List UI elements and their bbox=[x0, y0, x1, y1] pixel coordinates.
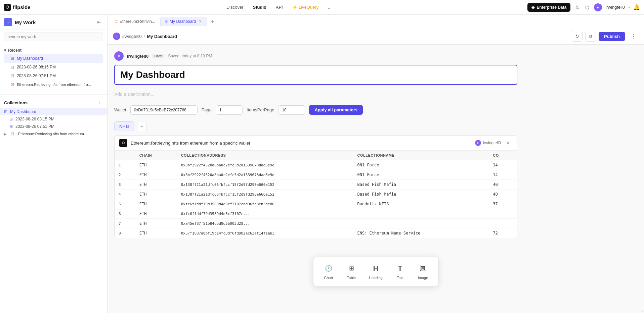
row-num: 6 bbox=[115, 209, 135, 219]
table-scroll: CHAIN COLLECTIONADDRESS COLLECTIONNAME C… bbox=[115, 151, 517, 238]
copy-icon: ⧉ bbox=[589, 34, 592, 39]
cell-chain: ETH bbox=[135, 190, 177, 199]
collections-more-button[interactable]: ··· bbox=[88, 99, 94, 106]
dashboard-description[interactable]: Add a description... bbox=[114, 89, 517, 100]
breadcrumb-separator: / bbox=[144, 34, 145, 39]
username-label[interactable]: irwingtell0 bbox=[605, 5, 625, 10]
toolbar-chart[interactable]: 🕐 Chart bbox=[318, 260, 339, 282]
items-per-page-input[interactable] bbox=[278, 105, 305, 115]
tab-dashboard-icon: ⊞ bbox=[165, 19, 168, 23]
twitter-icon[interactable]: 𝕏 bbox=[574, 4, 581, 11]
sidebar-item-recent-2[interactable]: ⊡ 2023-08-26 07:51 PM ··· bbox=[4, 71, 103, 80]
tabs-bar: ⊡ Ethereum:Retrivin... ⊞ My Dashboard ✕ … bbox=[108, 15, 644, 28]
cell-name bbox=[353, 209, 489, 219]
sidebar-add-button[interactable]: + bbox=[4, 18, 12, 26]
row-num: 3 bbox=[115, 180, 135, 190]
table-card-logo: ⬡ bbox=[119, 139, 127, 147]
table-row: 2 ETH 0x3bf2922f4520a8ba0c2efc3d2a153967… bbox=[115, 170, 517, 180]
heading-icon: H bbox=[370, 263, 381, 274]
expand-icon: ▶ bbox=[4, 132, 7, 136]
sidebar-collapse-button[interactable]: ⇤ bbox=[95, 18, 103, 26]
toolbar-text[interactable]: T Text bbox=[390, 260, 410, 282]
nav-studio[interactable]: Studio bbox=[253, 5, 266, 10]
recent-section-header[interactable]: ▾ Recent bbox=[4, 47, 103, 54]
table-card-author-avatar: ir bbox=[475, 140, 481, 146]
publish-button[interactable]: Publish bbox=[599, 32, 625, 41]
cell-address: 0x57f1887a8bf19b14fc0df6fd9b2ac63af14fea… bbox=[177, 228, 353, 238]
cell-address: 0x138ff21a21dfc06fbfccf15f2d9fd290a660e1… bbox=[177, 190, 353, 199]
cell-chain: ETH bbox=[135, 199, 177, 209]
page-input[interactable] bbox=[216, 105, 243, 115]
dashboard-tab-nfts[interactable]: NFTs bbox=[114, 121, 134, 131]
tab-my-dashboard[interactable]: ⊞ My Dashboard ✕ bbox=[160, 17, 207, 26]
toolbar-heading[interactable]: H Heading bbox=[364, 260, 387, 282]
table-body: 1 ETH 0x3bf2922f4520a8ba0c2efc3d2a153967… bbox=[115, 160, 517, 238]
cell-co: 14 bbox=[489, 160, 517, 170]
resize-handle[interactable] bbox=[639, 308, 644, 313]
collection-ethereum[interactable]: ▶ ⊡ Ethereum:Retrieving nfts from ethere… bbox=[0, 130, 107, 138]
cell-co: 14 bbox=[489, 170, 517, 180]
collection-sub-1[interactable]: ⊞ 2023-08-26 08:15 PM bbox=[0, 115, 107, 123]
collection-grid-icon: ⊞ bbox=[4, 109, 7, 114]
author-avatar: ir bbox=[114, 51, 124, 61]
tab-add-button[interactable]: + bbox=[208, 17, 217, 26]
floating-toolbar: 🕐 Chart ⊞ Table H Heading T Text 🖼 I bbox=[313, 257, 439, 286]
nav-livequery[interactable]: ⚡ LiveQuery bbox=[292, 5, 318, 10]
tab-close-button[interactable]: ✕ bbox=[198, 19, 203, 24]
table-row: 5 ETH 0xfc6f1ddf79d3589d4d3cf3107cad96fa… bbox=[115, 199, 517, 209]
discord-icon[interactable]: ⬡ bbox=[584, 4, 591, 11]
sidebar-nav: ▾ Recent ⊞ My Dashboard ··· ⊡ 2023-08-26… bbox=[0, 44, 107, 92]
table-icon: ⊞ bbox=[346, 263, 357, 274]
collection-sub-2[interactable]: ⊞ 2023-08-26 07:51 PM bbox=[0, 123, 107, 130]
chart-icon: 🕐 bbox=[323, 263, 334, 274]
cell-address: 0x138ff21a21dfc06fbfccf15f2d9fd290a660e1… bbox=[177, 180, 353, 190]
data-table: CHAIN COLLECTIONADDRESS COLLECTIONNAME C… bbox=[115, 151, 517, 238]
dashboard-content: ir irwingtell0 Draft Saved: today at 8:1… bbox=[108, 45, 644, 313]
refresh-icon: ↻ bbox=[575, 34, 579, 39]
nav-more[interactable]: ... bbox=[328, 5, 332, 10]
sidebar-item-recent-1[interactable]: ⊡ 2023-08-26 08:15 PM ··· bbox=[4, 63, 103, 71]
user-avatar: ir bbox=[594, 3, 602, 11]
table-row: 6 ETH 0xfc6f1ddf79d3589d4d3cf3107c... bbox=[115, 209, 517, 219]
toolbar-table[interactable]: ⊞ Table bbox=[341, 260, 361, 282]
sidebar-search-input[interactable] bbox=[4, 33, 103, 41]
col-address: COLLECTIONADDRESS bbox=[177, 151, 353, 160]
dashboard-title-input[interactable] bbox=[114, 65, 517, 85]
collection-sub-icon-2: ⊞ bbox=[9, 124, 13, 129]
sidebar-item-ethereum[interactable]: ⊡ Ethereum:Retrieving nfts from ethereum… bbox=[4, 80, 103, 89]
logo[interactable]: ⬡ flipside bbox=[4, 4, 31, 11]
nav-api[interactable]: API bbox=[276, 5, 283, 10]
tab-ethereum-icon: ⊡ bbox=[115, 19, 118, 23]
username-chevron[interactable]: ▾ bbox=[628, 5, 630, 9]
breadcrumb-avatar: ir bbox=[113, 33, 120, 40]
cell-co bbox=[489, 219, 517, 228]
collections-title: Collections bbox=[4, 100, 88, 105]
cell-name: 0N1 Force bbox=[353, 170, 489, 180]
image-icon: 🖼 bbox=[418, 263, 428, 274]
table-row: 1 ETH 0x3bf2922f4520a8ba0c2efc3d2a153967… bbox=[115, 160, 517, 170]
page-more-button[interactable]: ⋮ bbox=[628, 31, 639, 42]
cell-address: 0x3bf2922f4520a8ba0c2efc3d2a1539678dad5e… bbox=[177, 170, 353, 180]
query-icon: ⊡ bbox=[11, 65, 14, 69]
tab-ethereum[interactable]: ⊡ Ethereum:Retrivin... bbox=[110, 17, 160, 26]
table-row: 7 ETH 0xa45ef87f51b84dbd0d5b003d28... bbox=[115, 219, 517, 228]
refresh-button[interactable]: ↻ bbox=[572, 31, 583, 42]
table-card-close-button[interactable]: ✕ bbox=[504, 139, 512, 147]
apply-params-button[interactable]: Apply all parameters bbox=[309, 105, 363, 115]
ethereum-query-icon: ⊡ bbox=[11, 82, 14, 87]
col-co: CO bbox=[489, 151, 517, 160]
toolbar-image[interactable]: 🖼 Image bbox=[413, 260, 433, 282]
notification-bell[interactable]: 🔔 bbox=[633, 4, 640, 10]
dashboard-tab-add[interactable]: + bbox=[137, 122, 146, 131]
copy-button[interactable]: ⧉ bbox=[585, 31, 596, 42]
wallet-input[interactable] bbox=[130, 105, 198, 115]
nav-discover[interactable]: Discover bbox=[226, 5, 244, 10]
cell-name: ENS: Ethereum Name Service bbox=[353, 228, 489, 238]
ethereum-icon: ⊡ bbox=[11, 132, 14, 136]
collections-add-button[interactable]: + bbox=[96, 99, 103, 106]
enterprise-button[interactable]: ◈ Enterprise Data bbox=[527, 3, 570, 12]
collection-my-dashboard[interactable]: ⊞ My Dashboard bbox=[0, 108, 107, 115]
page-actions: ↻ ⧉ Publish ⋮ bbox=[572, 31, 639, 42]
sidebar-title: My Work bbox=[15, 19, 92, 25]
sidebar-item-my-dashboard[interactable]: ⊞ My Dashboard ··· bbox=[4, 54, 103, 63]
